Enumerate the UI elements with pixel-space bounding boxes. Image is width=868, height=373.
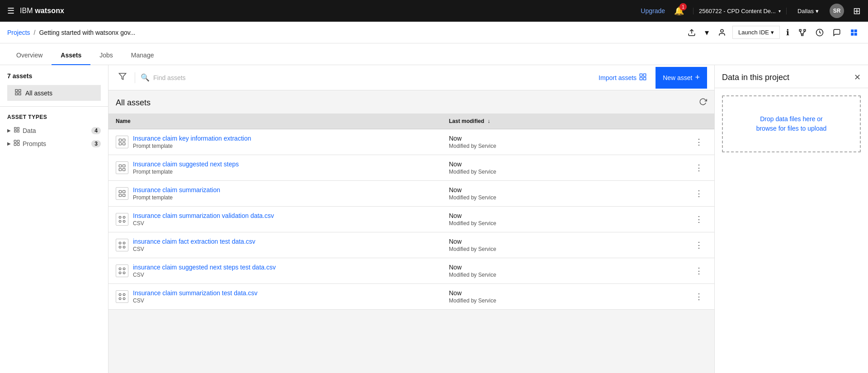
svg-rect-29 bbox=[119, 139, 121, 141]
asset-modified-time: Now bbox=[449, 135, 677, 142]
asset-name-link[interactable]: Insurance claim key information extracti… bbox=[133, 135, 251, 142]
asset-type-data[interactable]: ▶ Data 4 bbox=[0, 124, 108, 137]
account-chevron-icon: ▾ bbox=[778, 9, 781, 14]
svg-rect-38 bbox=[123, 190, 125, 193]
svg-rect-22 bbox=[14, 143, 16, 146]
toolbar-divider bbox=[135, 72, 135, 83]
asset-name-cell: insurance claim fact extraction test dat… bbox=[116, 238, 434, 252]
account-selector[interactable]: 2560722 - CPD Content De... ▾ bbox=[693, 8, 787, 14]
avatar[interactable]: SR bbox=[830, 4, 844, 18]
svg-point-52 bbox=[123, 272, 125, 274]
svg-rect-34 bbox=[123, 165, 125, 167]
chevron-down-icon-btn[interactable]: ▾ bbox=[702, 25, 712, 40]
notification-bell[interactable]: 🔔 1 bbox=[674, 6, 684, 16]
svg-point-47 bbox=[119, 246, 121, 248]
launch-chevron-icon: ▾ bbox=[771, 29, 774, 36]
asset-type-prompts[interactable]: ▶ Prompts 3 bbox=[0, 137, 108, 150]
chat-icon-btn[interactable] bbox=[830, 26, 844, 39]
sidebar-item-all-assets[interactable]: All assets bbox=[7, 85, 101, 101]
upload-icon-btn[interactable] bbox=[685, 26, 698, 39]
asset-actions-button[interactable]: ⋮ bbox=[691, 161, 707, 175]
launch-ide-label: Launch IDE bbox=[738, 29, 769, 36]
upgrade-link[interactable]: Upgrade bbox=[641, 7, 665, 14]
data-chevron-icon: ▶ bbox=[7, 128, 11, 133]
asset-modified-by: Modified by Service bbox=[449, 143, 677, 149]
asset-actions-button[interactable]: ⋮ bbox=[691, 290, 707, 303]
pipeline-icon-btn[interactable] bbox=[796, 26, 809, 39]
asset-modified-by: Modified by Service bbox=[449, 169, 677, 175]
apps-icon[interactable]: ⊞ bbox=[853, 5, 861, 16]
svg-rect-35 bbox=[119, 169, 121, 171]
asset-actions-button[interactable]: ⋮ bbox=[691, 135, 707, 149]
svg-rect-13 bbox=[19, 90, 21, 92]
info-icon-btn[interactable]: ℹ bbox=[783, 25, 792, 40]
asset-name-link[interactable]: insurance claim fact extraction test dat… bbox=[133, 238, 255, 245]
tab-manage[interactable]: Manage bbox=[122, 46, 163, 65]
table-row: insurance claim suggested next steps tes… bbox=[108, 258, 714, 284]
all-assets-label: All assets bbox=[25, 90, 52, 97]
svg-line-6 bbox=[802, 31, 805, 35]
asset-name-link[interactable]: Insurance claim summarization bbox=[133, 186, 220, 194]
svg-rect-39 bbox=[119, 194, 121, 197]
svg-point-42 bbox=[123, 216, 125, 218]
menu-icon[interactable]: ☰ bbox=[7, 6, 14, 16]
refresh-button[interactable] bbox=[699, 98, 707, 108]
sort-down-icon: ↓ bbox=[487, 118, 490, 124]
col-header-actions bbox=[684, 113, 714, 129]
asset-subtype-label: CSV bbox=[133, 297, 257, 304]
asset-name-link[interactable]: insurance claim suggested next steps tes… bbox=[133, 264, 276, 271]
launch-ide-button[interactable]: Launch IDE ▾ bbox=[732, 26, 780, 39]
assets-title: All assets bbox=[116, 98, 151, 108]
tab-overview[interactable]: Overview bbox=[7, 46, 52, 65]
col-header-modified[interactable]: Last modified ↓ bbox=[442, 113, 684, 129]
svg-rect-8 bbox=[851, 29, 854, 32]
asset-name-cell: Insurance claim summarization validation… bbox=[116, 212, 434, 227]
search-input[interactable] bbox=[153, 74, 321, 81]
drop-zone[interactable]: Drop data files here orbrowse for files … bbox=[722, 95, 861, 152]
tab-jobs[interactable]: Jobs bbox=[90, 46, 122, 65]
grid-view-icon-btn[interactable] bbox=[847, 26, 861, 39]
col-header-name: Name bbox=[108, 113, 442, 129]
import-assets-button[interactable]: Import assets bbox=[593, 70, 652, 85]
svg-point-45 bbox=[119, 242, 121, 244]
asset-subtype-label: CSV bbox=[133, 246, 255, 252]
svg-rect-15 bbox=[19, 93, 21, 95]
filter-button[interactable] bbox=[116, 70, 129, 85]
assets-container: All assets Name Last modified ↓ bbox=[108, 90, 714, 373]
new-asset-label: New asset bbox=[663, 74, 692, 81]
asset-name-link[interactable]: Insurance claim suggested next steps bbox=[133, 161, 239, 168]
asset-actions-button[interactable]: ⋮ bbox=[691, 212, 707, 226]
asset-modified-time: Now bbox=[449, 212, 677, 219]
close-panel-button[interactable]: ✕ bbox=[854, 72, 861, 82]
svg-rect-14 bbox=[15, 93, 18, 95]
asset-modified-by: Modified by Service bbox=[449, 297, 677, 304]
asset-modified-by: Modified by Service bbox=[449, 272, 677, 278]
asset-actions-button[interactable]: ⋮ bbox=[691, 238, 707, 252]
svg-rect-28 bbox=[643, 77, 646, 80]
asset-name-cell: Insurance claim key information extracti… bbox=[116, 135, 434, 149]
prompts-type-label: Prompts bbox=[23, 140, 89, 147]
new-asset-button[interactable]: New asset + bbox=[656, 67, 707, 89]
new-asset-plus-icon: + bbox=[695, 73, 700, 82]
search-bar: 🔍 bbox=[141, 73, 321, 82]
content-area: 🔍 Import assets New asset + All assets bbox=[108, 65, 714, 373]
asset-name-link[interactable]: Insurance claim summarization validation… bbox=[133, 212, 274, 219]
breadcrumb-projects[interactable]: Projects bbox=[7, 29, 30, 36]
asset-actions-button[interactable]: ⋮ bbox=[691, 264, 707, 278]
asset-actions-button[interactable]: ⋮ bbox=[691, 187, 707, 200]
tab-assets[interactable]: Assets bbox=[52, 46, 90, 65]
drop-zone-text: Drop data files here orbrowse for files … bbox=[756, 115, 827, 132]
table-row: Insurance claim key information extracti… bbox=[108, 129, 714, 155]
svg-point-46 bbox=[123, 242, 125, 244]
data-type-count: 4 bbox=[91, 127, 101, 134]
asset-modified-by: Modified by Service bbox=[449, 194, 677, 201]
svg-point-41 bbox=[119, 216, 121, 218]
account-label: 2560722 - CPD Content De... bbox=[699, 8, 776, 14]
breadcrumb-separator: / bbox=[34, 29, 36, 36]
asset-subtype-label: CSV bbox=[133, 220, 274, 227]
region-selector[interactable]: Dallas ▾ bbox=[792, 8, 824, 14]
history-icon-btn[interactable] bbox=[813, 26, 826, 39]
asset-modified-time: Now bbox=[449, 264, 677, 271]
asset-name-link[interactable]: Insurance claim summarization test data.… bbox=[133, 289, 257, 297]
add-collaborator-icon-btn[interactable] bbox=[715, 26, 729, 39]
